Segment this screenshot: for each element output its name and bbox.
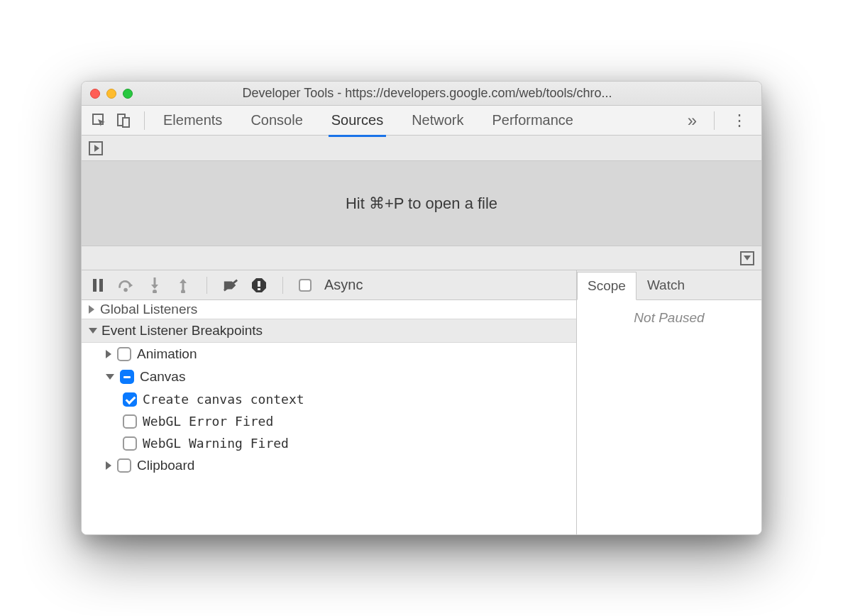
deactivate-breakpoints-icon[interactable]	[223, 277, 238, 293]
close-window-button[interactable]	[90, 89, 100, 99]
pause-on-exceptions-icon[interactable]	[251, 277, 267, 293]
breakpoint-label: Create canvas context	[143, 392, 304, 407]
svg-point-9	[181, 290, 185, 293]
scope-watch-tabs: Scope Watch	[577, 270, 761, 300]
tab-watch[interactable]: Watch	[637, 271, 695, 299]
breakpoints-list: Global Listeners Event Listener Breakpoi…	[82, 300, 576, 534]
step-out-icon[interactable]	[175, 277, 191, 293]
svg-rect-12	[258, 288, 260, 290]
sources-toolbar	[82, 136, 761, 161]
window-controls	[90, 89, 133, 99]
async-checkbox[interactable]	[299, 279, 312, 292]
tab-network[interactable]: Network	[409, 108, 466, 133]
svg-rect-3	[93, 279, 97, 292]
device-toolbar-icon[interactable]	[114, 111, 133, 130]
section-global-listeners[interactable]: Global Listeners	[82, 300, 576, 319]
breakpoint-checkbox[interactable]	[123, 392, 137, 407]
step-over-icon[interactable]	[119, 277, 134, 293]
category-checkbox[interactable]	[117, 458, 131, 473]
svg-rect-11	[258, 281, 260, 287]
breakpoint-label: WebGL Warning Fired	[143, 436, 289, 451]
tab-scope[interactable]: Scope	[577, 272, 637, 300]
step-into-icon[interactable]	[147, 277, 162, 293]
svg-rect-4	[99, 279, 103, 292]
expand-icon	[89, 305, 94, 314]
window-title: Developer Tools - https://developers.goo…	[144, 86, 753, 101]
titlebar: Developer Tools - https://developers.goo…	[82, 82, 761, 106]
debugger-split: Async Global Listeners Event Listener Br…	[82, 270, 761, 534]
section-label: Global Listeners	[100, 302, 197, 317]
category-animation[interactable]: Animation	[82, 343, 576, 365]
async-label: Async	[324, 277, 363, 293]
breakpoint-checkbox[interactable]	[123, 414, 137, 429]
collapse-icon	[89, 328, 97, 334]
scope-content: Not Paused	[577, 300, 761, 534]
category-label: Animation	[137, 346, 197, 362]
svg-rect-2	[123, 118, 129, 127]
editor-footer-bar	[82, 246, 761, 270]
category-canvas[interactable]: Canvas	[82, 365, 576, 388]
show-navigator-icon[interactable]	[89, 141, 103, 155]
pause-icon[interactable]	[90, 277, 106, 293]
separator	[144, 111, 145, 130]
breakpoint-webgl-warning-fired[interactable]: WebGL Warning Fired	[82, 432, 576, 454]
tab-performance[interactable]: Performance	[490, 108, 577, 133]
category-label: Canvas	[140, 369, 185, 385]
separator	[206, 277, 207, 294]
category-clipboard[interactable]: Clipboard	[82, 454, 576, 477]
breakpoint-webgl-error-fired[interactable]: WebGL Error Fired	[82, 410, 576, 432]
debugger-right-pane: Scope Watch Not Paused	[577, 270, 761, 534]
expand-icon	[106, 350, 111, 358]
open-file-hint: Hit ⌘+P to open a file	[82, 161, 761, 246]
svg-point-7	[153, 290, 157, 293]
category-label: Clipboard	[137, 458, 194, 473]
show-console-drawer-icon[interactable]	[740, 251, 754, 265]
tab-console[interactable]: Console	[248, 108, 305, 133]
breakpoint-create-canvas-context[interactable]: Create canvas context	[82, 388, 576, 410]
category-checkbox[interactable]	[120, 370, 134, 384]
panel-tabs: Elements Console Sources Network Perform…	[160, 108, 676, 133]
separator	[282, 277, 283, 294]
overflow-tabs-button[interactable]: »	[682, 111, 702, 131]
breakpoint-checkbox[interactable]	[123, 436, 137, 451]
section-event-listener-breakpoints[interactable]: Event Listener Breakpoints	[82, 319, 576, 343]
collapse-icon	[106, 374, 114, 380]
tab-sources[interactable]: Sources	[329, 108, 386, 133]
category-checkbox[interactable]	[117, 347, 131, 361]
breakpoint-label: WebGL Error Fired	[143, 414, 273, 429]
tab-elements[interactable]: Elements	[160, 108, 225, 133]
debugger-left-pane: Async Global Listeners Event Listener Br…	[82, 270, 577, 534]
minimize-window-button[interactable]	[106, 89, 116, 99]
inspect-element-icon[interactable]	[90, 111, 109, 130]
not-paused-label: Not Paused	[634, 310, 704, 534]
zoom-window-button[interactable]	[123, 89, 133, 99]
svg-point-5	[123, 287, 128, 292]
expand-icon	[106, 461, 111, 470]
main-tabbar: Elements Console Sources Network Perform…	[82, 106, 761, 136]
devtools-window: Developer Tools - https://developers.goo…	[81, 81, 762, 535]
separator	[714, 111, 715, 130]
debug-toolbar: Async	[82, 270, 576, 300]
settings-menu-button[interactable]: ⋮	[726, 111, 753, 130]
section-label: Event Listener Breakpoints	[101, 323, 263, 339]
